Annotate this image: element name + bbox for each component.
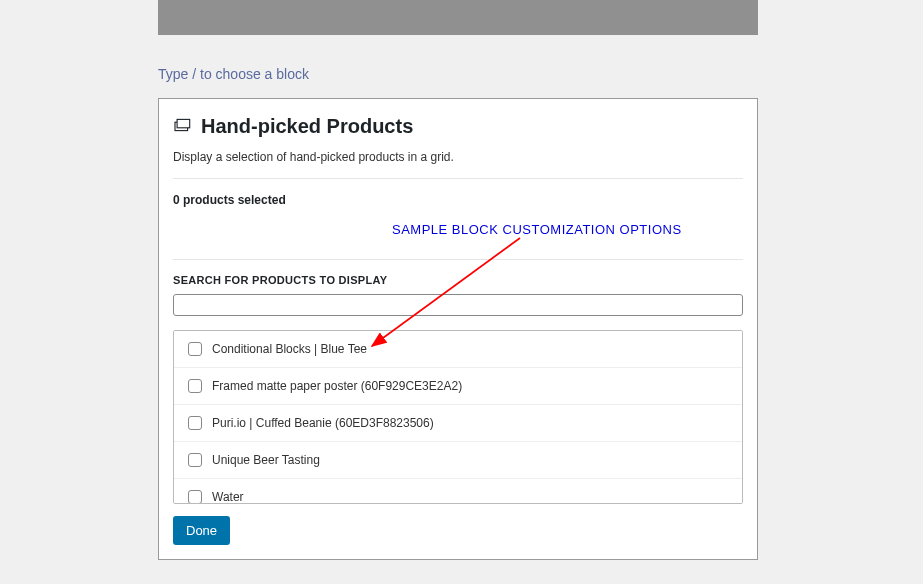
block-description: Display a selection of hand-picked produ… (173, 150, 743, 164)
list-item[interactable]: Unique Beer Tasting (174, 442, 742, 479)
search-label: SEARCH FOR PRODUCTS TO DISPLAY (173, 274, 743, 286)
annotation-text: SAMPLE BLOCK CUSTOMIZATION OPTIONS (392, 222, 682, 237)
product-checkbox[interactable] (188, 453, 202, 467)
search-input[interactable] (173, 294, 743, 316)
list-item[interactable]: Puri.io | Cuffed Beanie (60ED3F8823506) (174, 405, 742, 442)
list-item[interactable]: Water (174, 479, 742, 504)
selected-count: 0 products selected (173, 193, 743, 207)
product-label: Water (212, 490, 244, 504)
product-label: Framed matte paper poster (60F929CE3E2A2… (212, 379, 462, 393)
list-item[interactable]: Framed matte paper poster (60F929CE3E2A2… (174, 368, 742, 405)
product-checkbox[interactable] (188, 342, 202, 356)
product-checkbox[interactable] (188, 490, 202, 504)
list-item[interactable]: Conditional Blocks | Blue Tee (174, 331, 742, 368)
block-title: Hand-picked Products (201, 115, 413, 138)
hand-picked-products-block: Hand-picked Products Display a selection… (158, 98, 758, 560)
divider (173, 259, 743, 260)
block-inserter-prompt[interactable]: Type / to choose a block (158, 66, 309, 82)
product-list[interactable]: Conditional Blocks | Blue Tee Framed mat… (173, 330, 743, 504)
product-label: Puri.io | Cuffed Beanie (60ED3F8823506) (212, 416, 434, 430)
stack-icon (173, 118, 191, 136)
product-label: Unique Beer Tasting (212, 453, 320, 467)
product-checkbox[interactable] (188, 416, 202, 430)
svg-rect-1 (177, 119, 190, 127)
header-image (158, 0, 758, 35)
divider (173, 178, 743, 179)
product-checkbox[interactable] (188, 379, 202, 393)
block-header: Hand-picked Products (173, 115, 743, 138)
product-label: Conditional Blocks | Blue Tee (212, 342, 367, 356)
done-button[interactable]: Done (173, 516, 230, 545)
